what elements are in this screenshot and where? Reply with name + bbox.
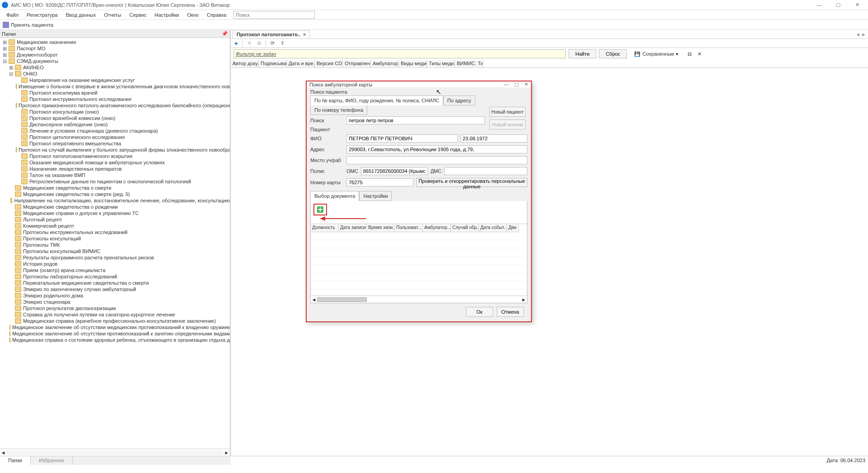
tree-item[interactable]: Медицинские свидетельства о смерти: [0, 185, 230, 191]
gh-sent[interactable]: Отправлен...: [343, 60, 371, 67]
menu-data-entry[interactable]: Ввод данных: [62, 11, 100, 19]
tree-item[interactable]: Протокол результатов диспансеризации: [0, 305, 230, 311]
tree-item[interactable]: ⊞Медицинские назначения: [0, 39, 230, 45]
dialog-minimize-icon[interactable]: —: [504, 81, 509, 87]
tree-item[interactable]: Коммерческий рецепт: [0, 223, 230, 229]
tab-by-number[interactable]: По № карты, ФИО, году рождения, № полиса…: [310, 96, 443, 105]
folder-tree[interactable]: ⊞Медицинские назначения⊞Паспорт МО⊞Докум…: [0, 38, 230, 449]
tab-select-doc[interactable]: Выбор документа: [310, 191, 359, 201]
tree-hscroll[interactable]: ◄ ►: [0, 449, 230, 456]
tab-next-icon[interactable]: ►: [861, 32, 866, 37]
maximize-button[interactable]: ▢: [829, 1, 847, 9]
expand-icon[interactable]: ⊞: [2, 39, 7, 45]
tree-item[interactable]: Эпикриз стационара: [0, 299, 230, 305]
menu-search-input[interactable]: [233, 11, 315, 19]
tab-by-address[interactable]: По адресу: [443, 96, 475, 105]
tree-item[interactable]: ⊟ОНКО: [0, 71, 230, 77]
gh-version[interactable]: Версия CD...: [315, 60, 343, 67]
tree-item[interactable]: Протокол прижизненного патолого-анатомич…: [0, 102, 230, 109]
tree-item[interactable]: Диспансерное наблюдение (онко): [0, 121, 230, 128]
workplace-input[interactable]: [346, 156, 527, 164]
tree-item[interactable]: Эпикриз по законченному случаю амбулатор…: [0, 286, 230, 292]
tree-item[interactable]: Направление на госпитализацию, восстанов…: [0, 197, 230, 204]
dialog-grid[interactable]: Должность Дата записи Время запи... Поль…: [311, 224, 527, 303]
tree-item[interactable]: Лечение в условиях стационара (дневного …: [0, 128, 230, 134]
collapse-icon[interactable]: ⊟: [2, 58, 7, 64]
tree-item[interactable]: Эпикриз родильного дома: [0, 292, 230, 299]
tree-item[interactable]: Протокол на случай выявления у больного …: [0, 147, 230, 153]
tree-item[interactable]: Медицинские свидетельства о рождении: [0, 204, 230, 210]
scroll-left-icon[interactable]: ◄: [0, 450, 6, 455]
tab-settings[interactable]: Настройки: [359, 191, 392, 201]
expand-icon[interactable]: ⊞: [2, 52, 7, 58]
expand-icon[interactable]: ⊞: [8, 64, 14, 71]
scroll-left-icon[interactable]: ◄: [311, 297, 317, 302]
dms-input[interactable]: [444, 167, 527, 175]
dialog-grid-hscroll[interactable]: ◄ ►: [311, 296, 527, 303]
dgh-time[interactable]: Время запи...: [367, 224, 395, 232]
tree-item[interactable]: Результаты программного расчета пренатал…: [0, 254, 230, 261]
tree-item[interactable]: Протоколы лабораторных исследований: [0, 273, 230, 280]
tree-item[interactable]: ⊞АКИНЕО: [0, 64, 230, 71]
menu-settings[interactable]: Настройки: [151, 11, 183, 19]
scroll-thumb[interactable]: [317, 297, 367, 302]
oms-input[interactable]: [361, 167, 428, 175]
tree-item[interactable]: Медицинские свидетельства о смерти (ред.…: [0, 191, 230, 197]
tree-item[interactable]: Справка для получения путевки на санатор…: [0, 311, 230, 318]
dob-input[interactable]: [460, 134, 527, 143]
search-input[interactable]: [346, 116, 485, 124]
doc-tab-close-icon[interactable]: ×: [303, 32, 306, 37]
copy-icon[interactable]: ⧉: [256, 40, 263, 47]
dialog-titlebar[interactable]: Поиск амбулаторной карты — ▢ ✕: [307, 81, 531, 87]
expand-icon[interactable]: ⊞: [2, 45, 7, 52]
add-document-button[interactable]: [313, 204, 327, 215]
tree-item[interactable]: Ретроспективные данные по пациентам с он…: [0, 178, 230, 185]
tree-item[interactable]: Протокол врачебной комиссии (онко): [0, 115, 230, 121]
tab-favorites[interactable]: Избранное: [31, 456, 73, 465]
refresh-icon[interactable]: ⟳: [269, 40, 276, 47]
dgh-event[interactable]: Дата событ...: [479, 224, 507, 232]
extra-icon-1[interactable]: ⊟: [686, 50, 693, 57]
menu-registry[interactable]: Регистратура: [23, 11, 61, 19]
address-input[interactable]: [346, 145, 527, 153]
tree-item[interactable]: Назначение лекарственных препаратов: [0, 166, 230, 172]
menu-reports[interactable]: Отчеты: [100, 11, 125, 19]
pin-icon[interactable]: 📌: [222, 31, 228, 37]
scroll-right-icon[interactable]: ►: [521, 297, 527, 302]
accept-patient-button[interactable]: Принять пациента: [3, 22, 53, 28]
tree-item[interactable]: ⊞Паспорт МО: [0, 45, 230, 52]
tree-item[interactable]: Протоколы инструментальных исследований: [0, 229, 230, 235]
tree-item[interactable]: Протоколы ТМК: [0, 242, 230, 248]
dgh-dvi[interactable]: Дви: [507, 224, 519, 232]
close-button[interactable]: ✕: [848, 1, 866, 9]
gh-author[interactable]: Автор доку...: [231, 60, 259, 67]
tree-item[interactable]: Прием (осмотр) врача-специалиста: [0, 267, 230, 273]
dialog-close-icon[interactable]: ✕: [524, 81, 528, 87]
tree-item[interactable]: Оказание медицинской помощи в амбулаторн…: [0, 159, 230, 166]
collapse-icon[interactable]: ⊟: [8, 71, 14, 77]
tree-item[interactable]: Направления на оказание медицинских услу…: [0, 77, 230, 83]
dgh-position[interactable]: Должность: [311, 224, 339, 232]
scroll-right-icon[interactable]: ►: [223, 450, 230, 455]
tree-item[interactable]: Протоколы консультаций ВИМИС: [0, 248, 230, 254]
delete-icon[interactable]: ✕: [246, 40, 253, 47]
tree-item[interactable]: Протокол оперативного вмешательства: [0, 140, 230, 147]
menu-window[interactable]: Окно: [184, 11, 203, 19]
tree-item[interactable]: Протокол консультации (онко): [0, 109, 230, 115]
tree-item[interactable]: ⊞Документооборот: [0, 52, 230, 58]
tree-item[interactable]: Извещение о больном с впервые в жизни ус…: [0, 83, 230, 90]
tree-item[interactable]: Медицинские справки о допуске к управлен…: [0, 210, 230, 216]
tree-item[interactable]: Медицинская справка о состоянии здоровья…: [0, 337, 230, 343]
tree-item[interactable]: Протокол патологоанатомического вскрытия: [0, 153, 230, 159]
tree-item[interactable]: Протокол консилиума врачей: [0, 90, 230, 96]
gh-signer[interactable]: Подписыва...: [259, 60, 287, 67]
ok-button[interactable]: Ок: [466, 307, 493, 317]
menu-file[interactable]: Файл: [3, 11, 22, 19]
tree-item[interactable]: Протокол цитологического исследования: [0, 134, 230, 140]
dgh-date[interactable]: Дата записи: [339, 224, 367, 232]
extra-icon-2[interactable]: ✕: [696, 50, 703, 57]
reset-button[interactable]: Сброс: [599, 49, 627, 58]
saved-filters-dropdown[interactable]: 💾 Сохраненные ▾: [630, 49, 683, 58]
menu-service[interactable]: Сервис: [126, 11, 150, 19]
scroll-track[interactable]: [6, 450, 223, 455]
